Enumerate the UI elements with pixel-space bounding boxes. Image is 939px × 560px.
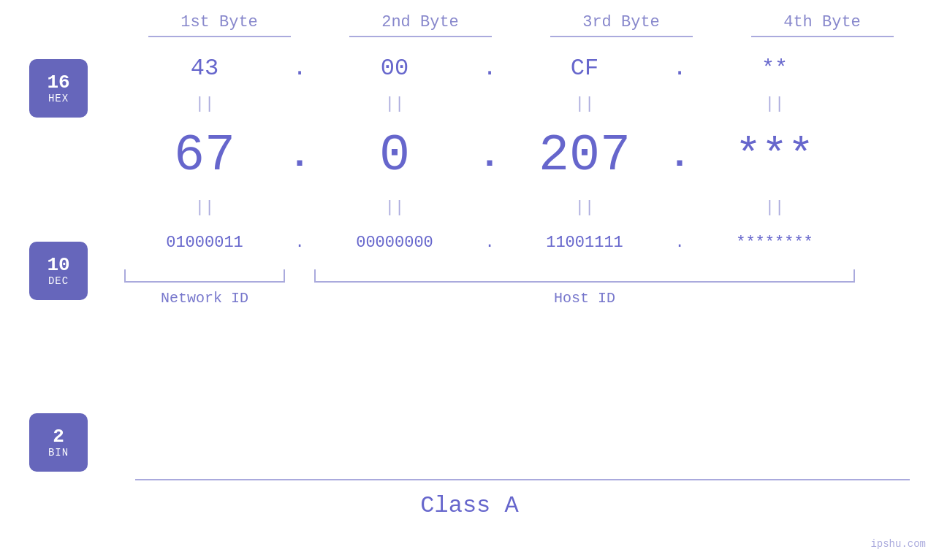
hex-b1: 43 <box>124 55 285 82</box>
eq2-b4: || <box>694 199 855 217</box>
dec-badge: 10 DEC <box>29 242 88 300</box>
dec-badge-label: DEC <box>48 275 69 287</box>
bracket2 <box>349 36 492 37</box>
class-label: Class A <box>420 492 518 519</box>
dec-badge-number: 10 <box>47 255 69 276</box>
byte2-header: 2nd Byte <box>340 13 501 31</box>
eq1-b4: || <box>694 95 855 113</box>
byte3-header: 3rd Byte <box>541 13 702 31</box>
host-bracket <box>314 269 855 283</box>
dec-b3: 207 <box>504 127 665 185</box>
hex-dot3: . <box>665 55 694 82</box>
hex-b2: 00 <box>314 55 475 82</box>
bin-b3: 11001111 <box>504 234 665 252</box>
byte1-header: 1st Byte <box>139 13 300 31</box>
bin-dot3: . <box>665 234 694 252</box>
hex-b3: CF <box>504 55 665 82</box>
dec-dot1: . <box>285 135 314 177</box>
overall-bracket <box>135 479 910 480</box>
hex-row: 43 . 00 . CF . ** <box>124 45 939 92</box>
dec-dot3: . <box>665 135 694 177</box>
bin-row: 01000011 . 00000000 . 11001111 . *******… <box>124 219 939 266</box>
eq2-b2: || <box>314 199 475 217</box>
main-container: 1st Byte 2nd Byte 3rd Byte 4th Byte 16 H… <box>0 0 939 560</box>
hex-dot2: . <box>475 55 504 82</box>
bracket4 <box>751 36 894 37</box>
host-id-label: Host ID <box>314 290 855 307</box>
bracket1 <box>148 36 291 37</box>
hex-badge: 16 HEX <box>29 59 88 118</box>
eq1-b2: || <box>314 95 475 113</box>
dec-row: 67 . 0 . 207 . *** <box>124 115 939 196</box>
bin-badge-label: BIN <box>48 447 69 459</box>
bin-dot1: . <box>285 234 314 252</box>
eq1-b1: || <box>124 95 285 113</box>
eq2-b1: || <box>124 199 285 217</box>
bin-badge-number: 2 <box>53 426 64 448</box>
bin-b1: 01000011 <box>124 234 285 252</box>
byte-headers: 1st Byte 2nd Byte 3rd Byte 4th Byte <box>119 13 923 31</box>
equals-row1: || || || || <box>124 92 939 115</box>
bin-b4: ******** <box>694 234 855 252</box>
hex-badge-label: HEX <box>48 93 69 104</box>
eq2-b3: || <box>504 199 665 217</box>
watermark: ipshu.com <box>870 538 926 550</box>
bin-badge: 2 BIN <box>29 413 88 472</box>
top-brackets <box>119 36 923 37</box>
hex-badge-number: 16 <box>47 72 69 93</box>
dec-b4: *** <box>694 131 855 180</box>
hex-dot1: . <box>285 55 314 82</box>
dec-b1: 67 <box>124 127 285 185</box>
hex-b4: ** <box>694 56 855 81</box>
badges-column: 16 HEX 10 DEC 2 BIN <box>29 59 88 472</box>
byte4-header: 4th Byte <box>742 13 902 31</box>
id-labels-row: Network ID Host ID <box>124 290 939 307</box>
eq1-b3: || <box>504 95 665 113</box>
bottom-brackets-row <box>124 269 939 283</box>
bracket3 <box>550 36 693 37</box>
network-bracket <box>124 269 285 283</box>
network-id-label: Network ID <box>124 290 285 307</box>
bin-b2: 00000000 <box>314 234 475 252</box>
dec-b2: 0 <box>314 127 475 185</box>
equals-row2: || || || || <box>124 196 939 219</box>
dec-dot2: . <box>475 135 504 177</box>
bin-dot2: . <box>475 234 504 252</box>
